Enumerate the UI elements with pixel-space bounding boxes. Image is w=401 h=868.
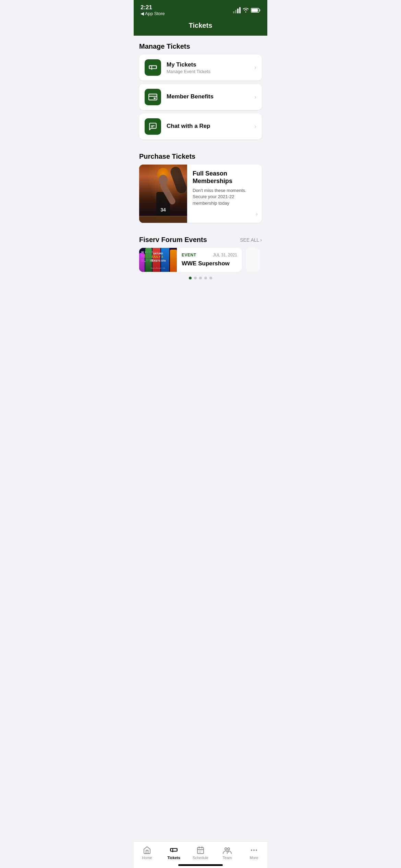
page-header: Tickets: [134, 18, 267, 36]
chat-rep-chevron: ›: [254, 123, 256, 130]
events-next-hint: [246, 248, 260, 272]
page-title: Tickets: [141, 22, 260, 29]
my-tickets-icon: [145, 59, 161, 76]
dot-4: [204, 277, 207, 279]
full-season-body: Full Season Memberships Don't miss these…: [187, 165, 262, 223]
chat-rep-text: Chat with a Rep: [167, 123, 254, 130]
chat-rep-item[interactable]: Chat with a Rep ›: [139, 113, 262, 140]
status-icons: [233, 7, 260, 13]
my-tickets-item[interactable]: My Tickets Manage Event Tickets ›: [139, 55, 262, 81]
events-scroll: W IS COMIN MILWA SUPERS SATURD J: [134, 248, 267, 272]
wwe-event-card[interactable]: W IS COMIN MILWA SUPERS SATURD J: [139, 248, 242, 272]
svg-rect-1: [259, 9, 260, 11]
dot-3: [199, 277, 202, 279]
member-benefits-chevron: ›: [254, 94, 256, 100]
svg-rect-2: [252, 9, 258, 12]
wwe-event-body: EVENT JUL 31, 2021 WWE Supershow: [177, 248, 242, 272]
full-season-image: 34: [139, 165, 187, 223]
events-section-title: Fiserv Forum Events: [139, 236, 207, 244]
status-back[interactable]: ◀ App Store: [141, 11, 165, 16]
chat-rep-label: Chat with a Rep: [167, 123, 254, 130]
manage-tickets-section: Manage Tickets My Tickets Manage Event T…: [134, 36, 267, 146]
dot-1: [189, 277, 192, 279]
member-benefits-label: Member Benefits: [167, 93, 254, 100]
full-season-title: Full Season Memberships: [193, 170, 258, 185]
events-header: Fiserv Forum Events SEE ALL ›: [134, 229, 267, 248]
member-benefits-item[interactable]: Member Benefits ›: [139, 84, 262, 110]
wifi-icon: [243, 8, 249, 13]
full-season-card[interactable]: 34 Full Season Memberships Don't miss th…: [139, 165, 262, 223]
wwe-event-name: WWE Supershow: [182, 260, 237, 267]
wwe-event-date: JUL 31, 2021: [213, 253, 237, 257]
pagination-dots: [134, 272, 267, 282]
wwe-event-image: W IS COMIN MILWA SUPERS SATURD J: [139, 248, 177, 272]
member-benefits-icon: [145, 89, 161, 105]
purchase-tickets-section: Purchase Tickets 34: [134, 146, 267, 229]
status-time: 2:21: [141, 4, 165, 11]
my-tickets-subtitle: Manage Event Tickets: [167, 69, 254, 74]
full-season-desc: Don't miss these moments. Secure your 20…: [193, 188, 258, 206]
svg-rect-4: [149, 94, 157, 100]
dot-2: [194, 277, 197, 279]
dot-5: [209, 277, 212, 279]
see-all-button[interactable]: SEE ALL ›: [240, 237, 262, 243]
my-tickets-label: My Tickets: [167, 61, 254, 68]
full-season-chevron: ›: [193, 210, 258, 217]
my-tickets-text: My Tickets Manage Event Tickets: [167, 61, 254, 74]
wwe-event-meta: EVENT JUL 31, 2021: [182, 253, 237, 257]
chat-rep-icon: [145, 118, 161, 135]
battery-icon: [251, 8, 260, 13]
manage-tickets-title: Manage Tickets: [139, 43, 262, 50]
member-benefits-text: Member Benefits: [167, 93, 254, 101]
main-content: Manage Tickets My Tickets Manage Event T…: [134, 36, 267, 313]
my-tickets-chevron: ›: [254, 64, 256, 71]
purchase-tickets-title: Purchase Tickets: [139, 153, 262, 160]
status-bar: 2:21 ◀ App Store: [134, 0, 267, 18]
signal-icon: [233, 7, 241, 13]
wwe-event-type: EVENT: [182, 253, 196, 257]
